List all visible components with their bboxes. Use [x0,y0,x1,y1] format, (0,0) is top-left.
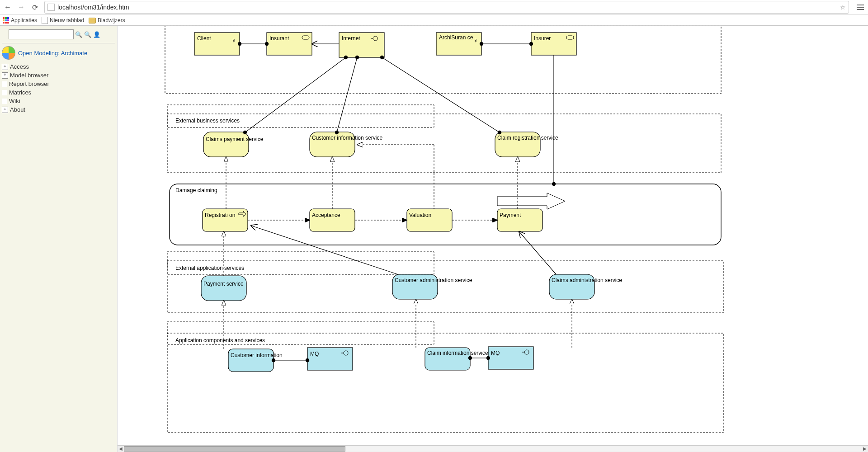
search-input[interactable] [9,29,74,39]
search-row: 🔍 🔍 👤 [9,29,115,39]
node-payment[interactable]: Payment [497,209,542,231]
scroll-thumb[interactable] [124,446,345,452]
node-mq1[interactable]: MQ [307,348,353,370]
svg-text:Customer information: Customer information [231,352,283,358]
group-label-ext-bus: External business services [175,118,240,124]
node-valuation[interactable]: Valuation [407,209,452,231]
expand-icon[interactable]: + [2,107,8,113]
scroll-left-icon[interactable]: ◀ [118,446,124,452]
node-archisurance[interactable]: ArchiSuran ce♀ [436,33,481,55]
group-label-ext-app: External application services [175,265,244,271]
search-icon[interactable]: 🔍 [75,30,83,38]
node-claim-information-service[interactable]: Claim information service [425,348,488,370]
expand-icon[interactable]: + [2,72,8,79]
svg-text:♀: ♀ [231,37,236,44]
bookmarks-shortcut[interactable]: Bladwijzers [89,17,125,24]
svg-text:Payment: Payment [500,212,521,218]
svg-text:Customer information service: Customer information service [312,135,382,141]
node-insurant[interactable]: Insurant [267,33,312,55]
svg-text:MQ: MQ [491,350,500,356]
svg-line-59 [251,226,398,274]
svg-text:Client: Client [197,35,211,42]
node-payment-service[interactable]: Payment service [201,276,246,301]
tree-item-report-browser[interactable]: Report browser [2,80,115,88]
svg-line-60 [519,231,556,274]
node-claims-admin-service[interactable]: Claims administration service [549,274,622,299]
tree-item-label: Access [10,63,29,70]
apps-shortcut[interactable]: Applicaties [3,17,37,24]
tree-item-access[interactable]: +Access [2,62,115,71]
svg-line-31 [382,57,500,132]
svg-text:Customer administration servic: Customer administration service [395,277,472,283]
group-label-app-comp: Application components and services [175,337,265,344]
forward-button: → [15,1,27,13]
search-person-icon[interactable]: 👤 [93,30,101,38]
search-plus-icon[interactable]: 🔍 [84,30,92,38]
archimate-diagram: Client♀ Insurant Internet ArchiSuran ce♀… [118,26,859,446]
svg-text:Claim information service: Claim information service [427,350,488,356]
svg-text:Valuation: Valuation [409,212,431,218]
bookmark-star-icon[interactable]: ☆ [840,4,846,11]
sidebar: 🔍 🔍 👤 Open Modeling: Archimate +Access +… [0,26,118,452]
leaf-icon [2,90,7,95]
address-bar[interactable]: localhost/om31/index.htm ☆ [44,1,849,14]
node-insurer[interactable]: Insurer [531,33,576,55]
svg-rect-21 [167,105,434,127]
group-label-damage: Damage claiming [175,187,217,193]
scroll-track[interactable] [124,446,862,452]
tree-item-label: Wiki [9,98,20,104]
apps-label: Applicaties [11,17,37,24]
tree-item-label: Model browser [10,72,48,79]
node-claims-payment-service[interactable]: Claims payment service [203,132,264,157]
svg-text:ArchiSuran ce: ArchiSuran ce [439,34,473,41]
menu-button[interactable] [854,1,866,13]
back-button[interactable]: ← [2,1,14,13]
folder-icon [89,18,96,24]
flow-arrow-icon [497,193,565,209]
node-registration[interactable]: Registrati on [203,209,248,231]
svg-text:Internet: Internet [342,35,360,42]
scroll-right-icon[interactable]: ▶ [862,446,868,452]
tree-item-model-browser[interactable]: +Model browser [2,71,115,80]
apps-grid-icon [3,17,9,24]
node-customer-admin-service[interactable]: Customer administration service [392,274,472,299]
svg-text:MQ: MQ [310,351,319,357]
browser-nav-bar: ← → ⟳ localhost/om31/index.htm ☆ [0,0,868,15]
svg-text:Claims administration service: Claims administration service [552,277,622,283]
tree-item-label: Matrices [9,89,31,96]
svg-text:Insurer: Insurer [534,35,551,42]
tree-item-label: Report browser [9,80,49,87]
node-mq2[interactable]: MQ [488,347,533,369]
svg-text:Insurant: Insurant [269,35,289,42]
leaf-icon [2,81,7,87]
tree-item-matrices[interactable]: Matrices [2,88,115,97]
archimate-logo-icon [2,46,15,60]
svg-rect-51 [167,261,723,313]
node-internet[interactable]: Internet [339,33,384,57]
page-icon [47,4,55,11]
newtab-label: Nieuw tabblad [50,17,84,24]
bookmarks-bar: Applicaties Nieuw tabblad Bladwijzers [0,15,868,26]
svg-rect-52 [201,276,246,301]
svg-text:Payment service: Payment service [203,281,244,287]
svg-text:Claims payment service: Claims payment service [206,136,264,142]
tree-item-wiki[interactable]: Wiki [2,97,115,105]
newtab-shortcut[interactable]: Nieuw tabblad [42,17,84,24]
url-text: localhost/om31/index.htm [57,4,129,11]
reload-button[interactable]: ⟳ [29,1,41,13]
tree-item-about[interactable]: +About [2,105,115,114]
expand-icon[interactable]: + [2,64,8,70]
tree-root[interactable]: Open Modeling: Archimate [2,46,115,60]
node-acceptance[interactable]: Acceptance [310,209,355,231]
node-client[interactable]: Client♀ [194,33,240,55]
svg-line-29 [245,57,346,132]
node-customer-information-service[interactable]: Customer information service [310,132,382,157]
node-claim-registration-service[interactable]: Claim registration service [495,132,558,157]
tree-item-label: About [10,106,25,113]
horizontal-scrollbar[interactable]: ◀ ▶ [118,445,868,452]
tree-root-label: Open Modeling: Archimate [18,50,87,56]
svg-text:Registrati on: Registrati on [205,212,235,218]
diagram-canvas[interactable]: Client♀ Insurant Internet ArchiSuran ce♀… [118,26,868,452]
svg-line-30 [337,57,357,132]
bookmarks-label: Bladwijzers [98,17,125,24]
